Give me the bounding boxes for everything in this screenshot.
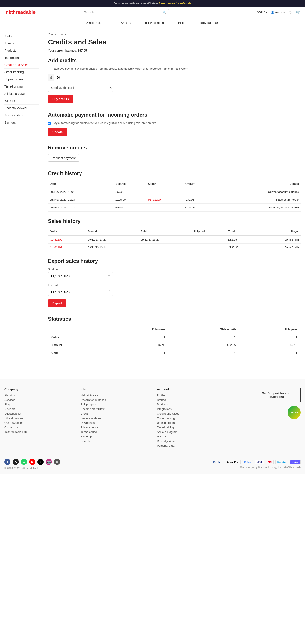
order-link-1481200[interactable]: #1481200	[148, 198, 161, 201]
search-icon: 🔍	[163, 10, 166, 14]
statistics-heading: Statistics	[48, 316, 301, 322]
sidebar-item-unpaid-orders[interactable]: Unpaid orders	[4, 76, 39, 83]
footer-acc-wishlist[interactable]: Wish list	[157, 435, 224, 438]
footer-info-brexit[interactable]: Brexit	[80, 412, 148, 415]
footer-copyright: © 2013–2023 Inkthreadable Ltd.	[4, 467, 60, 470]
visa-icon: VISA	[255, 460, 264, 464]
top-banner: Become an Inkthreadable affiliate – Earn…	[0, 0, 305, 7]
stats-label-amount: Amount	[48, 341, 104, 349]
sidebar-item-recently-viewed[interactable]: Recently viewed	[4, 104, 39, 112]
sales-order-link-0[interactable]: #1481200	[50, 238, 62, 241]
footer-link-blog[interactable]: Blog	[4, 403, 72, 406]
footer-info-shipping[interactable]: Shipping costs	[80, 403, 148, 406]
nav-products[interactable]: PRODUCTS	[79, 18, 109, 28]
end-date-input[interactable]	[48, 288, 113, 296]
footer-acc-profile[interactable]: Profile	[157, 394, 224, 397]
footer-info-search[interactable]: Search	[80, 440, 148, 443]
start-date-input[interactable]	[48, 272, 113, 280]
amount-input[interactable]	[54, 74, 80, 81]
sales-order-link-1[interactable]: #1481199	[50, 246, 62, 249]
nav-services[interactable]: SERVICES	[109, 18, 138, 28]
sidebar-item-sign-out[interactable]: Sign out	[4, 119, 39, 126]
footer-acc-tiered[interactable]: Tiered pricing	[157, 426, 224, 429]
sidebar-item-credits-and-sales[interactable]: Credits and Sales	[4, 62, 39, 69]
ch-amount-1: -£32.95	[183, 196, 215, 204]
breadcrumb-separator: /	[65, 33, 66, 36]
search-bar[interactable]: 🔍	[82, 9, 169, 16]
footer-link-hub[interactable]: Inkthreadable Hub	[4, 430, 72, 434]
update-button[interactable]: Update	[48, 128, 67, 136]
sh-shipped-0	[192, 236, 226, 244]
wishlist-icon[interactable]: ♡	[289, 10, 292, 14]
whatsapp-icon[interactable]: W	[21, 459, 27, 465]
footer-acc-products[interactable]: Products	[157, 403, 224, 406]
footer-info-privacy[interactable]: Privacy policy	[80, 426, 148, 429]
breadcrumb-parent[interactable]: Your account	[48, 33, 64, 36]
cart-icon[interactable]: 🛒	[296, 10, 301, 14]
stats-col-label	[48, 326, 104, 333]
tiktok-icon[interactable]: ♪	[38, 459, 44, 465]
footer-link-ethical[interactable]: Ethical policies	[4, 416, 72, 420]
footer-acc-recently[interactable]: Recently viewed	[157, 440, 224, 443]
footer-info-decoration[interactable]: Decoration methods	[80, 398, 148, 402]
sidebar-item-personal-data[interactable]: Personal data	[4, 112, 39, 119]
footer-acc-order-tracking[interactable]: Order tracking	[157, 416, 224, 420]
footer-bottom: f ✕ W ▶ ♪ 📷 ✉ © 2013–2023 Inkthreadable …	[4, 455, 301, 470]
footer-link-services[interactable]: Services	[4, 398, 72, 402]
footer-acc-brands[interactable]: Brands	[157, 398, 224, 402]
stats-year-units: 1	[239, 349, 301, 357]
sidebar-item-order-tracking[interactable]: Order tracking	[4, 69, 39, 76]
auto-payment-checkbox[interactable]	[48, 122, 51, 124]
sidebar-item-profile[interactable]: Profile	[4, 33, 39, 40]
footer-link-newsletter[interactable]: Our newsletter	[4, 421, 72, 424]
footer-info-sitemap[interactable]: Site map	[80, 435, 148, 438]
email-icon[interactable]: ✉	[54, 459, 60, 465]
footer-info-terms[interactable]: Terms of use	[80, 430, 148, 434]
footer-info-downloads[interactable]: Downloads	[80, 421, 148, 424]
footer-link-reviews[interactable]: Reviews	[4, 408, 72, 411]
footer-link-about[interactable]: About us	[4, 394, 72, 397]
facebook-icon[interactable]: f	[4, 459, 10, 465]
footer-acc-unpaid[interactable]: Unpaid orders	[157, 421, 224, 424]
nav-contact-us[interactable]: CONTACT US	[193, 18, 226, 28]
footer-acc-integrations[interactable]: Integrations	[157, 408, 224, 411]
sidebar-item-brands[interactable]: Brands	[4, 40, 39, 47]
payment-method-select[interactable]: Credit/Debit card	[48, 84, 113, 92]
sidebar-item-affiliate-program[interactable]: Affiliate program	[4, 90, 39, 98]
auto-deduct-checkbox-row: I approve payment will be deducted from …	[48, 67, 301, 70]
main-nav: PRODUCTS SERVICES HELP CENTRE BLOG CONTA…	[0, 18, 305, 28]
logo[interactable]: Inkthreadable	[4, 9, 36, 15]
footer-acc-affiliate[interactable]: Affiliate program	[157, 430, 224, 434]
banner-link[interactable]: Earn money for referrals	[158, 2, 192, 5]
sidebar-item-products[interactable]: Products	[4, 47, 39, 54]
export-button[interactable]: Export	[48, 299, 66, 307]
footer-support-col: Get Support for your questions Living Wa…	[233, 388, 301, 448]
footer-info-affiliate[interactable]: Become an Affiliate	[80, 408, 148, 411]
sidebar-item-wish-list[interactable]: Wish list	[4, 98, 39, 104]
instagram-icon[interactable]: 📷	[46, 459, 52, 465]
footer-link-contact[interactable]: Contact us	[4, 426, 72, 429]
footer-support-button[interactable]: Get Support for your questions	[253, 388, 301, 402]
buy-credits-button[interactable]: Buy credits	[48, 95, 73, 103]
remove-credits-heading: Remove credits	[48, 145, 301, 151]
footer-acc-personal[interactable]: Personal data	[157, 444, 224, 447]
auto-payment-label: Pay automatically for orders received vi…	[52, 121, 156, 124]
add-credits-heading: Add credits	[48, 58, 301, 64]
footer-account: Account Profile Brands Products Integrat…	[157, 388, 224, 448]
footer-link-sustainability[interactable]: Sustainability	[4, 412, 72, 415]
account-link[interactable]: 👤 Account	[271, 11, 286, 14]
nav-blog[interactable]: BLOG	[172, 18, 193, 28]
footer-acc-credits[interactable]: Credits and Sales	[157, 412, 224, 415]
footer-info-help[interactable]: Help & Advice	[80, 394, 148, 397]
twitter-icon[interactable]: ✕	[13, 459, 19, 465]
sidebar-item-integrations[interactable]: Integrations	[4, 54, 39, 62]
search-input[interactable]	[84, 10, 162, 14]
sidebar-item-tiered-pricing[interactable]: Tiered pricing	[4, 83, 39, 90]
auto-deduct-checkbox[interactable]	[48, 68, 51, 70]
nav-help-centre[interactable]: HELP CENTRE	[137, 18, 172, 28]
current-balance: Your current balance: £67.05	[48, 49, 301, 52]
footer-info-features[interactable]: Feature updates	[80, 416, 148, 420]
request-payment-button[interactable]: Request payment	[48, 154, 79, 162]
youtube-icon[interactable]: ▶	[29, 459, 35, 465]
currency-selector[interactable]: GBP £ ▾	[257, 11, 267, 14]
